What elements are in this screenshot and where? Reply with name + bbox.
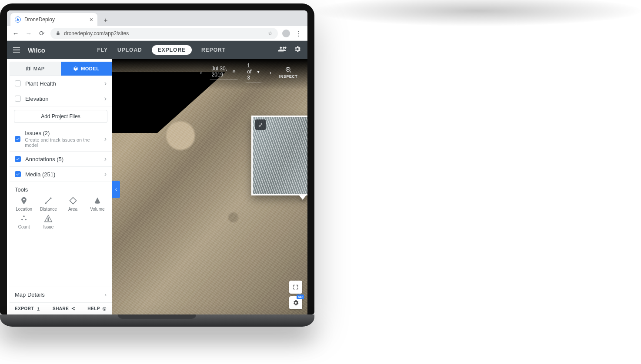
laptop-base — [0, 314, 314, 327]
add-project-files-button[interactable]: Add Project Files — [14, 110, 107, 123]
chevron-right-icon: › — [104, 170, 107, 178]
screen: DroneDeploy × + ← → ⟳ dronedeploy.com/ap… — [7, 10, 307, 314]
chevron-right-icon: › — [105, 291, 107, 298]
tab-fly[interactable]: FLY — [97, 47, 108, 53]
tool-area[interactable]: Area — [62, 196, 84, 212]
calendar-icon — [233, 69, 236, 74]
tool-location[interactable]: Location — [13, 196, 35, 212]
reload-button[interactable]: ⟳ — [37, 30, 46, 37]
tab-upload[interactable]: UPLOAD — [117, 47, 142, 53]
tool-label: Count — [18, 225, 30, 229]
svg-point-5 — [103, 307, 106, 311]
export-button[interactable]: EXPORT — [15, 306, 40, 311]
tool-count[interactable]: Count — [13, 214, 35, 229]
map-details-row[interactable]: Map Details › — [10, 287, 112, 302]
view-map-button[interactable]: MAP — [10, 62, 61, 76]
svg-point-4 — [25, 219, 27, 221]
tab-explore[interactable]: EXPLORE — [152, 45, 192, 55]
layer-media[interactable]: Media (251) › — [10, 167, 112, 182]
tool-label: Issue — [43, 225, 53, 229]
popup-anchor-arrow — [299, 195, 306, 200]
expand-icon[interactable]: ⤢ — [255, 119, 266, 130]
date-next-icon[interactable]: › — [269, 69, 271, 76]
quality-badge: SD — [297, 295, 304, 299]
inspect-button[interactable]: INSPECT — [279, 66, 298, 79]
tool-label: Volume — [90, 207, 104, 212]
layer-issues[interactable]: Issues (2) Create and track issues on th… — [10, 126, 112, 152]
forward-button[interactable]: → — [24, 30, 33, 37]
checkbox-icon[interactable] — [15, 80, 21, 86]
tool-issue[interactable]: Issue — [37, 214, 59, 229]
tool-distance[interactable]: Distance — [37, 196, 59, 212]
layer-annotations[interactable]: Annotations (5) › — [10, 152, 112, 167]
map-viewport[interactable]: ‹ Jul 30, 2019 1 of 3 ▾ › INSPECT — [112, 59, 307, 314]
floor-shadow — [314, 0, 641, 26]
layer-elevation[interactable]: Elevation › — [10, 91, 112, 106]
svg-point-2 — [23, 215, 25, 217]
date-picker[interactable]: Jul 30, 2019 — [210, 65, 238, 80]
layer-plant-health[interactable]: Plant Health › — [10, 76, 112, 91]
tools-header: Tools — [10, 182, 112, 195]
checkbox-checked-icon[interactable] — [15, 171, 21, 177]
new-tab-button[interactable]: + — [100, 15, 111, 26]
map-top-controls: ‹ Jul 30, 2019 1 of 3 ▾ › INSPECT — [200, 62, 297, 83]
profile-avatar[interactable] — [282, 30, 290, 37]
gear-icon — [292, 299, 299, 306]
share-icon — [71, 307, 75, 311]
sidebar-collapse-handle[interactable]: ‹ — [112, 181, 120, 198]
tool-label: Area — [68, 207, 77, 212]
tool-label: Distance — [40, 207, 57, 212]
sidebar: MAP MODEL Plant Health › — [10, 62, 112, 314]
warning-icon — [44, 214, 53, 223]
help-label: HELP — [87, 306, 100, 311]
menu-icon[interactable] — [13, 47, 20, 53]
export-label: EXPORT — [15, 306, 34, 311]
checkbox-icon[interactable] — [15, 96, 21, 102]
map-icon — [26, 66, 31, 71]
layer-label: Media (251) — [25, 171, 55, 178]
view-model-label: MODEL — [81, 66, 99, 71]
checkbox-checked-icon[interactable] — [15, 136, 20, 142]
tab-close-icon[interactable]: × — [90, 17, 93, 23]
view-model-button[interactable]: MODEL — [61, 62, 112, 76]
layer-label: Elevation — [25, 96, 48, 102]
quality-settings-button[interactable]: SD — [289, 296, 302, 309]
svg-point-3 — [21, 219, 23, 221]
favicon-icon — [15, 17, 21, 23]
chevron-right-icon: › — [104, 79, 107, 87]
help-button[interactable]: HELP — [87, 306, 107, 311]
add-people-icon[interactable] — [278, 46, 287, 54]
chevron-right-icon: › — [104, 155, 107, 163]
inspect-label: INSPECT — [279, 74, 298, 79]
chevron-right-icon: › — [104, 95, 107, 103]
content-area: MAP MODEL Plant Health › — [7, 59, 307, 314]
view-map-label: MAP — [33, 66, 45, 71]
bookmark-star-icon[interactable]: ☆ — [268, 30, 273, 36]
address-bar[interactable]: dronedeploy.com/app2/sites ☆ — [50, 28, 278, 39]
tab-title: DroneDeploy — [24, 17, 55, 23]
browser-toolbar: ← → ⟳ dronedeploy.com/app2/sites ☆ ⋮ — [7, 26, 307, 41]
cube-icon — [73, 66, 78, 71]
checkbox-checked-icon[interactable] — [15, 156, 21, 162]
browser-tab[interactable]: DroneDeploy × — [10, 13, 97, 26]
share-button[interactable]: SHARE — [53, 306, 76, 311]
fullscreen-icon — [292, 284, 299, 291]
fullscreen-button[interactable] — [289, 281, 302, 294]
date-prev-icon[interactable]: ‹ — [200, 69, 202, 76]
diamond-icon — [69, 196, 77, 205]
pager-text: 1 of 3 — [247, 63, 254, 81]
share-label: SHARE — [53, 306, 69, 311]
tab-report[interactable]: REPORT — [201, 47, 226, 53]
page-selector[interactable]: 1 of 3 ▾ — [245, 62, 261, 83]
svg-point-6 — [103, 308, 105, 309]
settings-gear-icon[interactable] — [294, 45, 301, 55]
chevron-down-icon: ▾ — [257, 69, 260, 75]
browser-menu-icon[interactable]: ⋮ — [294, 30, 303, 37]
tool-volume[interactable]: Volume — [87, 196, 108, 212]
layer-label: Plant Health — [25, 80, 56, 87]
browser-tabstrip: DroneDeploy × + — [7, 10, 307, 26]
back-button[interactable]: ← — [11, 30, 20, 37]
view-toggle: MAP MODEL — [10, 62, 112, 76]
lock-icon — [56, 31, 60, 36]
app-header: Wilco FLY UPLOAD EXPLORE REPORT — [7, 41, 307, 59]
